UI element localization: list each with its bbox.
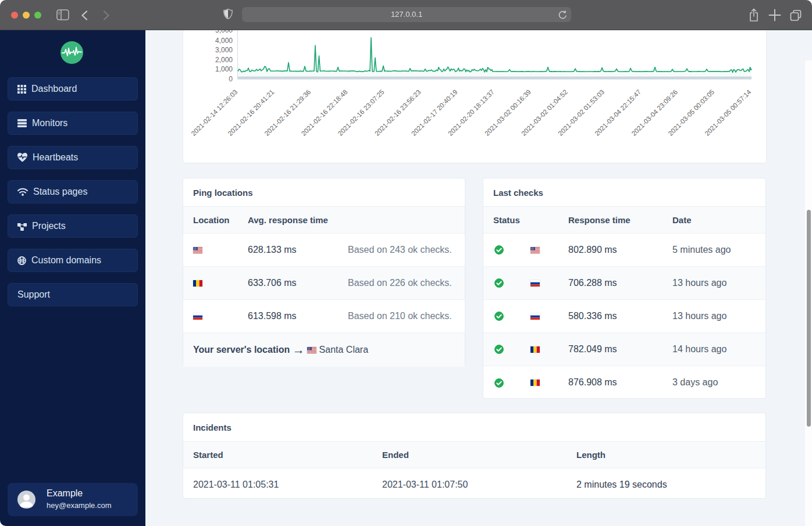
- svg-text:4,000: 4,000: [215, 37, 233, 45]
- svg-text:1,000: 1,000: [215, 65, 233, 73]
- svg-text:0: 0: [229, 75, 233, 83]
- svg-text:5,000: 5,000: [215, 30, 233, 34]
- svg-text:3,000: 3,000: [215, 46, 233, 54]
- svg-text:2,000: 2,000: [215, 56, 233, 64]
